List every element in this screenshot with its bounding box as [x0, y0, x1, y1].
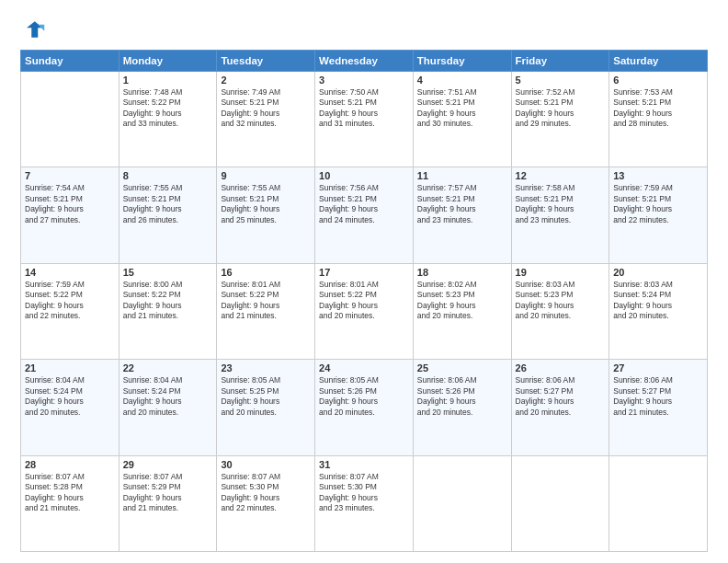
day-info: Sunrise: 8:06 AM Sunset: 5:26 PM Dayligh…: [417, 375, 507, 418]
day-info: Sunrise: 8:04 AM Sunset: 5:24 PM Dayligh…: [123, 375, 213, 418]
weekday-header-monday: Monday: [119, 51, 217, 72]
day-number: 28: [25, 459, 115, 470]
day-info: Sunrise: 7:58 AM Sunset: 5:21 PM Dayligh…: [516, 183, 606, 225]
day-number: 6: [613, 75, 703, 86]
day-info: Sunrise: 8:04 AM Sunset: 5:24 PM Dayligh…: [25, 375, 115, 418]
logo: [20, 17, 50, 42]
day-info: Sunrise: 8:07 AM Sunset: 5:30 PM Dayligh…: [221, 472, 311, 514]
calendar-cell: 31Sunrise: 8:07 AM Sunset: 5:30 PM Dayli…: [315, 455, 414, 551]
calendar-cell: 8Sunrise: 7:55 AM Sunset: 5:21 PM Daylig…: [119, 167, 217, 263]
calendar-cell: [511, 455, 609, 551]
calendar-cell: 2Sunrise: 7:49 AM Sunset: 5:21 PM Daylig…: [217, 72, 315, 167]
day-info: Sunrise: 7:52 AM Sunset: 5:21 PM Dayligh…: [516, 87, 606, 130]
calendar-cell: [609, 455, 708, 551]
day-info: Sunrise: 8:07 AM Sunset: 5:30 PM Dayligh…: [319, 472, 409, 514]
day-number: 25: [417, 362, 507, 373]
calendar-table: SundayMondayTuesdayWednesdayThursdayFrid…: [20, 50, 708, 552]
weekday-header-saturday: Saturday: [609, 51, 708, 72]
calendar-cell: 7Sunrise: 7:54 AM Sunset: 5:21 PM Daylig…: [21, 167, 119, 263]
calendar-cell: 29Sunrise: 8:07 AM Sunset: 5:29 PM Dayli…: [119, 455, 217, 551]
calendar-cell: 9Sunrise: 7:55 AM Sunset: 5:21 PM Daylig…: [217, 167, 315, 263]
page: SundayMondayTuesdayWednesdayThursdayFrid…: [0, 0, 728, 563]
calendar-cell: 4Sunrise: 7:51 AM Sunset: 5:21 PM Daylig…: [413, 72, 511, 167]
day-number: 17: [319, 267, 409, 278]
day-info: Sunrise: 8:01 AM Sunset: 5:22 PM Dayligh…: [319, 280, 409, 322]
day-info: Sunrise: 8:05 AM Sunset: 5:25 PM Dayligh…: [221, 375, 311, 418]
calendar-cell: 19Sunrise: 8:03 AM Sunset: 5:23 PM Dayli…: [511, 263, 609, 359]
week-row-1: 1Sunrise: 7:48 AM Sunset: 5:22 PM Daylig…: [21, 72, 708, 167]
day-number: 24: [319, 362, 409, 373]
day-info: Sunrise: 8:02 AM Sunset: 5:23 PM Dayligh…: [417, 280, 507, 322]
calendar-cell: 12Sunrise: 7:58 AM Sunset: 5:21 PM Dayli…: [511, 167, 609, 263]
day-number: 19: [516, 267, 606, 278]
day-number: 10: [319, 170, 409, 181]
weekday-header-sunday: Sunday: [21, 51, 119, 72]
day-number: 13: [613, 170, 703, 181]
day-number: 26: [516, 362, 606, 373]
day-info: Sunrise: 8:07 AM Sunset: 5:29 PM Dayligh…: [123, 472, 213, 514]
week-row-5: 28Sunrise: 8:07 AM Sunset: 5:28 PM Dayli…: [21, 455, 708, 551]
day-number: 30: [221, 459, 311, 470]
calendar-cell: [413, 455, 511, 551]
week-row-3: 14Sunrise: 7:59 AM Sunset: 5:22 PM Dayli…: [21, 263, 708, 359]
calendar-cell: 24Sunrise: 8:05 AM Sunset: 5:26 PM Dayli…: [315, 360, 414, 455]
day-number: 21: [25, 362, 115, 373]
weekday-header-thursday: Thursday: [413, 51, 511, 72]
day-info: Sunrise: 7:49 AM Sunset: 5:21 PM Dayligh…: [221, 87, 311, 130]
header: [20, 17, 708, 42]
day-number: 7: [25, 170, 115, 181]
day-info: Sunrise: 7:51 AM Sunset: 5:21 PM Dayligh…: [417, 87, 507, 130]
day-number: 11: [417, 170, 507, 181]
logo-icon: [20, 17, 46, 42]
calendar-cell: 17Sunrise: 8:01 AM Sunset: 5:22 PM Dayli…: [315, 263, 414, 359]
calendar-cell: 13Sunrise: 7:59 AM Sunset: 5:21 PM Dayli…: [609, 167, 708, 263]
calendar-cell: 16Sunrise: 8:01 AM Sunset: 5:22 PM Dayli…: [217, 263, 315, 359]
day-info: Sunrise: 7:59 AM Sunset: 5:21 PM Dayligh…: [613, 183, 703, 225]
day-number: 15: [123, 267, 213, 278]
calendar-cell: [21, 72, 119, 167]
day-info: Sunrise: 8:03 AM Sunset: 5:24 PM Dayligh…: [613, 280, 703, 322]
day-info: Sunrise: 7:48 AM Sunset: 5:22 PM Dayligh…: [123, 87, 213, 130]
day-number: 2: [221, 75, 311, 86]
calendar-cell: 6Sunrise: 7:53 AM Sunset: 5:21 PM Daylig…: [609, 72, 708, 167]
day-info: Sunrise: 8:06 AM Sunset: 5:27 PM Dayligh…: [516, 375, 606, 418]
day-number: 8: [123, 170, 213, 181]
calendar-cell: 5Sunrise: 7:52 AM Sunset: 5:21 PM Daylig…: [511, 72, 609, 167]
calendar-cell: 23Sunrise: 8:05 AM Sunset: 5:25 PM Dayli…: [217, 360, 315, 455]
weekday-header-wednesday: Wednesday: [315, 51, 414, 72]
calendar-cell: 3Sunrise: 7:50 AM Sunset: 5:21 PM Daylig…: [315, 72, 414, 167]
calendar-cell: 21Sunrise: 8:04 AM Sunset: 5:24 PM Dayli…: [21, 360, 119, 455]
day-info: Sunrise: 7:57 AM Sunset: 5:21 PM Dayligh…: [417, 183, 507, 225]
day-info: Sunrise: 7:55 AM Sunset: 5:21 PM Dayligh…: [221, 183, 311, 225]
day-info: Sunrise: 7:53 AM Sunset: 5:21 PM Dayligh…: [613, 87, 703, 130]
calendar-cell: 15Sunrise: 8:00 AM Sunset: 5:22 PM Dayli…: [119, 263, 217, 359]
calendar-cell: 10Sunrise: 7:56 AM Sunset: 5:21 PM Dayli…: [315, 167, 414, 263]
day-number: 4: [417, 75, 507, 86]
calendar-cell: 26Sunrise: 8:06 AM Sunset: 5:27 PM Dayli…: [511, 360, 609, 455]
calendar-cell: 14Sunrise: 7:59 AM Sunset: 5:22 PM Dayli…: [21, 263, 119, 359]
day-number: 18: [417, 267, 507, 278]
day-info: Sunrise: 8:07 AM Sunset: 5:28 PM Dayligh…: [25, 472, 115, 514]
calendar-cell: 22Sunrise: 8:04 AM Sunset: 5:24 PM Dayli…: [119, 360, 217, 455]
calendar-cell: 27Sunrise: 8:06 AM Sunset: 5:27 PM Dayli…: [609, 360, 708, 455]
day-info: Sunrise: 8:06 AM Sunset: 5:27 PM Dayligh…: [613, 375, 703, 418]
calendar-cell: 18Sunrise: 8:02 AM Sunset: 5:23 PM Dayli…: [413, 263, 511, 359]
day-info: Sunrise: 8:01 AM Sunset: 5:22 PM Dayligh…: [221, 280, 311, 322]
day-info: Sunrise: 7:56 AM Sunset: 5:21 PM Dayligh…: [319, 183, 409, 225]
weekday-header-row: SundayMondayTuesdayWednesdayThursdayFrid…: [21, 51, 708, 72]
day-number: 31: [319, 459, 409, 470]
day-number: 12: [516, 170, 606, 181]
day-number: 27: [613, 362, 703, 373]
day-info: Sunrise: 7:54 AM Sunset: 5:21 PM Dayligh…: [25, 183, 115, 225]
day-number: 23: [221, 362, 311, 373]
day-info: Sunrise: 7:50 AM Sunset: 5:21 PM Dayligh…: [319, 87, 409, 130]
day-info: Sunrise: 8:00 AM Sunset: 5:22 PM Dayligh…: [123, 280, 213, 322]
calendar-cell: 30Sunrise: 8:07 AM Sunset: 5:30 PM Dayli…: [217, 455, 315, 551]
day-number: 14: [25, 267, 115, 278]
day-info: Sunrise: 7:55 AM Sunset: 5:21 PM Dayligh…: [123, 183, 213, 225]
day-number: 22: [123, 362, 213, 373]
day-number: 20: [613, 267, 703, 278]
calendar-cell: 25Sunrise: 8:06 AM Sunset: 5:26 PM Dayli…: [413, 360, 511, 455]
day-number: 16: [221, 267, 311, 278]
day-number: 3: [319, 75, 409, 86]
